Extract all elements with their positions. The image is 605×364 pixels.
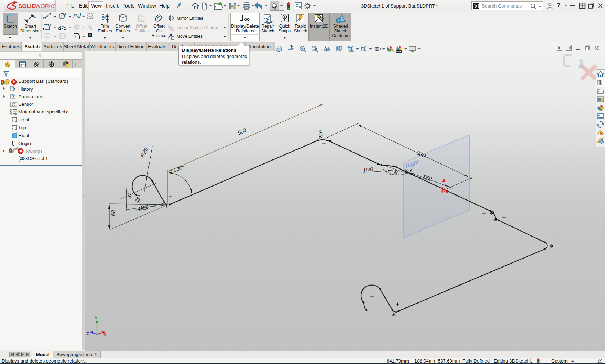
svg-text:Z: Z [86,332,89,336]
svg-text:!: ! [234,6,235,9]
svg-text:500: 500 [236,127,247,136]
svg-text:R20: R20 [364,166,373,173]
svg-text:R26: R26 [139,147,150,158]
svg-text:X: X [103,332,106,337]
svg-text:3D: 3D [20,157,25,161]
svg-text:68: 68 [110,210,116,216]
svg-text:A: A [13,96,15,99]
svg-text:Y: Y [95,316,98,320]
svg-text:R20: R20 [138,204,150,212]
svg-text:WORKS: WORKS [35,3,55,9]
svg-text:11°: 11° [134,194,143,203]
svg-text:37: 37 [126,193,132,199]
svg-text:R20: R20 [318,130,324,140]
svg-text:SOLID: SOLID [18,3,36,9]
svg-text:120°: 120° [173,164,185,173]
